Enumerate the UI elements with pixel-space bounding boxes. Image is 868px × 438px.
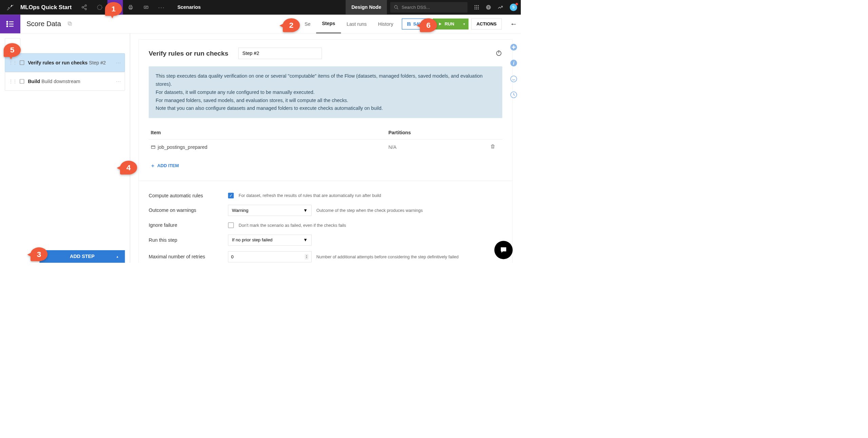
svg-point-19: [475, 8, 476, 9]
drag-handle-icon[interactable]: ⋮⋮: [9, 79, 17, 84]
label-run-step: Run this step: [149, 237, 228, 243]
copy-icon[interactable]: [67, 21, 73, 27]
checkbox-compute-rules[interactable]: ✓: [228, 193, 234, 199]
logo[interactable]: [0, 3, 20, 12]
svg-point-15: [478, 5, 479, 6]
back-arrow-icon[interactable]: ←: [507, 20, 521, 28]
callout-6: 6: [420, 18, 437, 32]
share-icon[interactable]: [77, 0, 92, 15]
svg-text:?: ?: [488, 5, 490, 9]
svg-point-1: [82, 6, 84, 8]
callout-1: 1: [105, 2, 122, 16]
activity-icon[interactable]: [494, 4, 506, 10]
callout-3: 3: [31, 247, 47, 261]
step-item-verify[interactable]: ⋮⋮ Verify rules or run checks Step #2 ··…: [5, 53, 125, 72]
select-run-step[interactable]: If no prior step failed▼: [228, 235, 312, 245]
step-checkbox[interactable]: [20, 79, 24, 83]
delete-row-icon[interactable]: [490, 144, 500, 151]
svg-point-26: [7, 23, 8, 24]
menu-button[interactable]: [0, 15, 20, 33]
label-compute-rules: Compute automatic rules: [149, 193, 228, 199]
chat-fab[interactable]: [494, 241, 513, 259]
search-placeholder: Search DSS...: [401, 5, 430, 10]
apps-icon[interactable]: [471, 4, 482, 10]
add-item-button[interactable]: ADD ITEM: [149, 155, 502, 173]
svg-point-44: [511, 76, 517, 82]
svg-point-2: [85, 8, 87, 10]
svg-point-17: [476, 7, 477, 8]
svg-point-0: [85, 5, 87, 6]
step-item-build[interactable]: ⋮⋮ Build Build downstream ···: [5, 72, 125, 91]
avatar[interactable]: S: [510, 4, 517, 11]
tab-settings[interactable]: Se: [299, 15, 316, 33]
tab-steps[interactable]: Steps: [316, 15, 341, 33]
callout-4: 4: [120, 161, 137, 175]
input-retries[interactable]: 0▲▼: [228, 252, 312, 262]
tab-lastruns[interactable]: Last runs: [341, 15, 372, 33]
power-icon[interactable]: [495, 49, 502, 57]
svg-point-14: [476, 5, 477, 6]
print-icon[interactable]: [123, 0, 138, 15]
tab-history[interactable]: History: [372, 15, 399, 33]
run-dropdown[interactable]: ▼: [459, 18, 468, 29]
project-title[interactable]: MLOps Quick Start: [20, 4, 77, 11]
design-node[interactable]: Design Node: [346, 0, 387, 15]
svg-line-3: [83, 6, 85, 7]
step-more-icon[interactable]: ···: [116, 79, 121, 84]
label-ignore-failure: Ignore failure: [149, 222, 228, 228]
svg-rect-10: [144, 6, 148, 9]
step-title: Verify rules or run checks: [149, 50, 229, 57]
svg-point-5: [97, 5, 102, 10]
svg-line-4: [83, 8, 85, 9]
select-outcome[interactable]: Warning▼: [228, 205, 312, 216]
svg-point-24: [7, 21, 8, 22]
help-icon[interactable]: ?: [482, 4, 494, 10]
callout-5: 5: [4, 43, 21, 57]
checkbox-ignore-failure[interactable]: [228, 222, 234, 228]
rail-history-icon[interactable]: [510, 91, 517, 99]
add-step-button[interactable]: ADD STEP: [39, 250, 125, 263]
rail-add-icon[interactable]: [510, 43, 517, 51]
svg-point-20: [476, 8, 477, 9]
svg-marker-32: [439, 23, 441, 25]
search-input[interactable]: Search DSS...: [390, 2, 468, 13]
run-label: RUN: [445, 21, 454, 27]
callout-2: 2: [283, 18, 300, 32]
col-partitions: Partitions: [388, 130, 500, 136]
scenarios-label[interactable]: Scenarios: [169, 4, 209, 10]
variables-icon[interactable]: [138, 0, 154, 15]
step-name: Build Build downstream: [28, 79, 80, 84]
hint-retries: Number of additional attempts before con…: [316, 255, 459, 259]
step-checkbox[interactable]: [20, 60, 24, 65]
hint-compute-rules: For dataset, refresh the results of rule…: [239, 193, 381, 198]
actions-button[interactable]: ACTIONS: [471, 18, 501, 29]
svg-point-18: [478, 7, 479, 8]
table-row: job_postings_prepared N/A: [149, 140, 502, 155]
svg-rect-8: [130, 5, 132, 7]
svg-point-21: [478, 8, 479, 9]
col-item: Item: [151, 130, 389, 136]
svg-point-16: [475, 7, 476, 8]
step-more-icon[interactable]: ···: [116, 60, 121, 65]
svg-line-12: [397, 8, 398, 9]
hint-outcome: Outcome of the step when the check produ…: [316, 208, 423, 213]
svg-rect-35: [151, 146, 155, 148]
rail-chat-icon[interactable]: [510, 75, 517, 83]
info-box: This step executes data quality verifica…: [149, 66, 502, 118]
svg-rect-31: [68, 22, 71, 24]
hint-ignore-failure: Don't mark the scenario as failed, even …: [239, 223, 346, 228]
svg-point-11: [394, 5, 397, 8]
rail-info-icon[interactable]: i: [510, 59, 517, 67]
label-retries: Maximal number of retries: [149, 254, 228, 260]
svg-point-13: [475, 5, 476, 6]
label-outcome: Outcome on warnings: [149, 208, 228, 214]
svg-point-28: [7, 25, 8, 26]
svg-rect-30: [69, 23, 72, 25]
more-icon[interactable]: ···: [154, 0, 170, 15]
step-name: Verify rules or run checks Step #2: [28, 60, 106, 65]
page-title: Score Data: [20, 20, 67, 28]
step-name-input[interactable]: [238, 48, 322, 59]
dataset-icon: [151, 145, 156, 150]
